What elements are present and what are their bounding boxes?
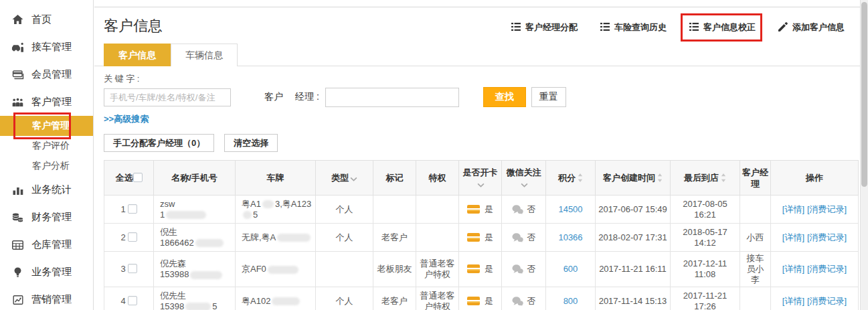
card-opened-cell: 是 [459, 252, 502, 287]
car-icon [11, 42, 24, 52]
sidebar-subitem[interactable]: 客户评价 [0, 136, 93, 156]
row-checkbox[interactable] [128, 264, 137, 273]
operations-cell: [详情][消费记录] [771, 252, 859, 287]
filter-panel: 关 键 字 : 客户 经理 : 查找 重置 >>高级搜索 手工分配客户经理（0）… [94, 66, 861, 152]
detail-link[interactable]: [详情] [782, 232, 804, 242]
tab-客户信息[interactable]: 客户信息 [104, 44, 171, 66]
row-select-cell: 2 [104, 224, 154, 252]
row-checkbox[interactable] [128, 204, 137, 214]
sidebar-item-warehouse[interactable]: 仓库管理 [0, 231, 93, 258]
detail-link[interactable]: [详情] [782, 204, 804, 214]
points-link[interactable]: 800 [563, 296, 578, 306]
scrollbar[interactable] [860, 0, 868, 310]
name-phone-cell: 倪先生153985 [154, 287, 236, 310]
bulk-actions: 手工分配客户经理（0） 清空选择 [104, 134, 861, 152]
sidebar-item-marketing[interactable]: 营销管理 [0, 286, 93, 310]
advanced-search-link[interactable]: >>高级搜索 [104, 113, 149, 125]
column-header: 全选 [104, 161, 154, 196]
assign-manager-button[interactable]: 手工分配客户经理（0） [104, 134, 214, 152]
points-cell: 800 [546, 287, 596, 310]
name-phone-cell: zsw1 [154, 196, 236, 224]
plate-cell: 京AF0 [236, 252, 316, 287]
consume-records-link[interactable]: [消费记录] [807, 232, 847, 242]
last-visit-cell: 2017-08-05 16:21 [671, 196, 740, 224]
type-cell: 个人 [316, 224, 373, 252]
wechat-follow-cell: 否 [502, 224, 546, 252]
column-header: 最后到店 [671, 161, 740, 196]
sidebar-item-finance[interactable]: 财务管理 [0, 204, 93, 231]
header-action[interactable]: 添加客户信息 [778, 21, 845, 33]
operations-cell: [详情][消费记录] [771, 196, 859, 224]
coins-icon [11, 213, 24, 222]
column-header: 积分 [546, 161, 596, 196]
manager-cell: 接车员小李 [740, 252, 771, 287]
column-header-label: 操作 [806, 173, 823, 183]
reset-button[interactable]: 重置 [531, 87, 566, 107]
sidebar-item-customer[interactable]: 客户管理 [0, 88, 93, 116]
manager-label-left: 客户 [264, 91, 283, 103]
sidebar-subitem[interactable]: 客户分析 [0, 156, 93, 176]
sidebar-item-label: 接车管理 [31, 41, 72, 54]
sidebar-item-home[interactable]: 首页 [0, 6, 93, 33]
wechat-follow-cell: 否 [502, 287, 546, 310]
redacted-text [190, 271, 222, 279]
points-link[interactable]: 10366 [558, 232, 582, 242]
header-action-label: 车险查询历史 [614, 21, 667, 33]
bar-chart-icon [11, 185, 24, 195]
row-checkbox[interactable] [128, 232, 137, 242]
select-all-checkbox[interactable] [133, 173, 143, 182]
clear-selection-button[interactable]: 清空选择 [224, 134, 278, 152]
column-header-label: 类型 [331, 173, 349, 183]
header-action[interactable]: 车险查询历史 [600, 21, 667, 33]
header-actions: 客户经理分配车险查询历史客户信息校正添加客户信息 [511, 21, 845, 33]
sort-icon[interactable] [576, 173, 583, 183]
privilege-cell [416, 224, 459, 252]
consume-records-link[interactable]: [消费记录] [807, 296, 847, 306]
mark-cell: 老客户 [373, 287, 416, 310]
consume-records-link[interactable]: [消费记录] [807, 264, 847, 274]
sidebar-subitem[interactable]: 客户管理 [0, 116, 93, 136]
tab-车辆信息[interactable]: 车辆信息 [171, 44, 238, 66]
wechat-follow-value: 否 [527, 296, 536, 306]
scrollbar-thumb[interactable] [861, 2, 867, 187]
name-phone-cell: 倪生1866462 [154, 224, 236, 252]
detail-link[interactable]: [详情] [782, 264, 804, 274]
detail-link[interactable]: [详情] [782, 296, 804, 306]
sidebar-item-business[interactable]: 业务管理 [0, 258, 93, 286]
wechat-follow-cell: 否 [502, 196, 546, 224]
page-header: 客户信息 客户经理分配车险查询历史客户信息校正添加客户信息 [94, 7, 861, 44]
wechat-follow-value: 否 [527, 232, 536, 242]
customer-table: 全选名称/手机号车牌类型标记特权是否开卡微信关注积分客户创建时间最后到店客户经理… [104, 160, 859, 310]
header-action-label: 添加客户信息 [792, 21, 845, 33]
search-button[interactable]: 查找 [483, 87, 526, 107]
sidebar-item-member[interactable]: 会员管理 [0, 61, 93, 88]
row-checkbox[interactable] [128, 296, 137, 305]
customer-name: 倪生 [160, 227, 232, 238]
column-header: 车牌 [236, 161, 316, 196]
keyword-input[interactable] [104, 88, 231, 106]
wechat-icon [512, 204, 527, 214]
customer-phone: 1 [160, 210, 232, 220]
column-header-label: 全选 [116, 173, 133, 183]
chevron-down-icon[interactable] [349, 173, 357, 183]
header-action[interactable]: 客户经理分配 [511, 21, 578, 33]
sort-icon[interactable] [719, 173, 726, 183]
wechat-follow-value: 否 [527, 264, 536, 274]
consume-records-link[interactable]: [消费记录] [807, 204, 847, 214]
chevron-down-icon[interactable] [476, 179, 485, 189]
card-icon [467, 297, 480, 305]
last-visit-cell: 2018-05-17 14:12 [671, 224, 740, 252]
type-cell: 个人 [316, 287, 373, 310]
manager-input[interactable] [325, 88, 459, 107]
mark-cell: 老板朋友 [373, 252, 416, 287]
header-action[interactable]: 客户信息校正 [689, 21, 756, 33]
sidebar-item-stats[interactable]: 业务统计 [0, 176, 93, 204]
table-row: 2倪生1866462无牌,粤A个人老客户是否103662018-02-07 17… [104, 224, 859, 252]
sort-icon[interactable] [655, 173, 663, 183]
created-time-cell: 2018-02-07 17:31 [596, 224, 671, 252]
card-icon [467, 233, 480, 242]
points-link[interactable]: 14500 [558, 204, 582, 214]
chevron-down-icon[interactable] [519, 179, 528, 189]
points-link[interactable]: 600 [563, 264, 578, 274]
sidebar-item-pickup[interactable]: 接车管理 [0, 33, 93, 61]
